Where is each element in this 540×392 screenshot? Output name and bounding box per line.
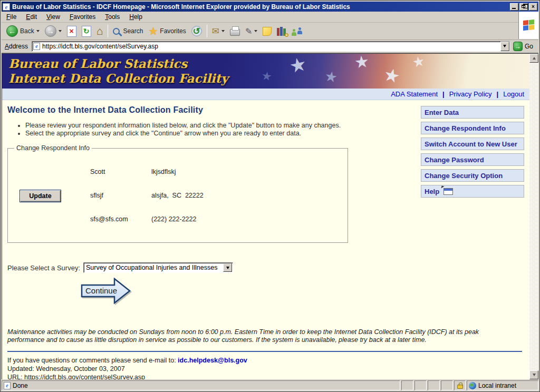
sidebar-item-change-password[interactable]: Change Password (421, 153, 524, 166)
mail-icon: ✉ (212, 26, 219, 36)
forward-dropdown-icon[interactable] (59, 30, 62, 32)
back-label: Back (20, 27, 34, 35)
menu-tools[interactable]: Tools (100, 12, 124, 22)
survey-select[interactable]: Survey of Occupational Injuries and Illn… (83, 262, 233, 273)
title-bar: e Bureau of Labor Statistics - IDCF Home… (2, 2, 538, 12)
go-label: Go (525, 43, 533, 50)
home-icon: ⌂ (97, 26, 103, 36)
restore-button[interactable] (519, 3, 528, 11)
page-icon: e (33, 43, 40, 50)
banner-title-line2: Internet Data Collection Facility (8, 71, 529, 86)
back-dropdown-icon[interactable] (36, 30, 40, 32)
survey-selected-option: Survey of Occupational Injuries and Illn… (84, 264, 223, 271)
windows-logo (518, 12, 538, 39)
respondent-email: sfs@sfs.com (90, 215, 151, 223)
menu-favorites[interactable]: Favorites (65, 12, 100, 22)
status-pane-empty (428, 380, 440, 390)
vertical-scrollbar[interactable] (529, 54, 538, 379)
stop-button[interactable]: × (64, 24, 79, 38)
go-button[interactable]: → Go (510, 42, 536, 51)
refresh-icon: ↻ (82, 26, 91, 37)
browser-viewport: ★ ★ ★ ★ ★ ★ Bureau of Labor Statistics I… (2, 53, 538, 379)
helpdesk-email-link[interactable]: idc.helpdesk@bls.gov (178, 357, 247, 364)
minimize-button[interactable] (510, 3, 518, 11)
search-icon (113, 28, 120, 35)
link-separator: | (492, 90, 504, 98)
respondent-city-state-zip: alsjfa, SC 22222 (151, 192, 204, 200)
chevron-down-icon (503, 45, 506, 47)
discuss-button[interactable] (260, 24, 274, 38)
history-icon: ↺ (191, 26, 202, 36)
new-window-icon (443, 188, 453, 195)
close-button[interactable]: × (529, 3, 537, 11)
toolbar-separator (108, 25, 108, 37)
standard-toolbar: ← Back → × ↻ ⌂ Search ★ Favorites ↺ ✉ ✎ (2, 23, 538, 40)
select-dropdown-button[interactable] (223, 263, 232, 272)
document-icon: e (4, 382, 11, 389)
back-icon: ← (6, 25, 18, 37)
menu-help[interactable]: Help (124, 12, 147, 22)
status-text: Done (13, 382, 28, 389)
zone-pane: Local intranet (467, 380, 538, 390)
edit-button[interactable]: ✎ (243, 24, 260, 38)
chevron-down-icon (533, 374, 536, 376)
mail-dropdown-icon[interactable] (221, 30, 225, 32)
respondent-fieldset: Change Respondent Info Update Scott sfls… (7, 144, 348, 243)
search-button[interactable]: Search (110, 24, 146, 38)
history-button[interactable]: ↺ (189, 24, 205, 38)
lock-icon (457, 385, 463, 389)
print-button[interactable] (227, 24, 243, 38)
continue-button[interactable]: Continue (81, 278, 131, 304)
menu-file[interactable]: File (2, 12, 21, 22)
stop-icon: × (67, 26, 76, 37)
privacy-policy-link[interactable]: Privacy Policy (449, 90, 492, 98)
minimize-icon (512, 8, 516, 9)
sidebar-item-switch-account[interactable]: Switch Account to New User (421, 138, 524, 150)
respondent-name-column: Scott sflsjf sfs@sfs.com (90, 152, 151, 239)
menu-edit[interactable]: Edit (21, 12, 42, 22)
scroll-up-button[interactable] (529, 54, 538, 63)
back-button[interactable]: ← Back (4, 24, 42, 38)
sidebar-item-label: Change Respondent Info (425, 124, 506, 132)
mail-button[interactable]: ✉ (209, 24, 227, 38)
home-button[interactable]: ⌂ (94, 24, 106, 38)
scroll-down-button[interactable] (529, 370, 538, 379)
instruction-list: Please review your respondent informatio… (18, 122, 355, 138)
sidebar-item-label: Help (425, 188, 439, 195)
toolbar-separator (207, 25, 207, 37)
update-button[interactable]: Update (20, 190, 61, 202)
instruction-item: Please review your respondent informatio… (25, 122, 355, 130)
messenger-button[interactable] (288, 24, 305, 38)
respondent-phone: (222) 222-2222 (151, 215, 204, 223)
browser-window: e Bureau of Labor Statistics - IDCF Home… (0, 0, 540, 392)
status-pane-empty (401, 380, 413, 390)
logout-link[interactable]: Logout (503, 90, 524, 98)
window-title: Bureau of Labor Statistics - IDCF Homepa… (10, 3, 509, 11)
sidebar-item-change-respondent-info[interactable]: Change Respondent Info (421, 122, 524, 134)
banner-title-line1: Bureau of Labor Statistics (8, 56, 529, 71)
page-url: URL: https://idcft.bls.gov/content/selSu… (7, 373, 529, 379)
forward-button[interactable]: → (42, 24, 64, 38)
favorites-button[interactable]: ★ Favorites (146, 24, 188, 38)
instruction-item: Select the appropriate survey and click … (25, 130, 355, 138)
address-bar: Address e https://idcft.bls.gov/content/… (2, 40, 538, 53)
edit-dropdown-icon[interactable] (254, 30, 257, 32)
respondent-address: lkjsdflskj (151, 168, 204, 176)
refresh-button[interactable]: ↻ (79, 24, 94, 38)
address-dropdown-button[interactable] (500, 42, 509, 51)
scrollbar-track[interactable] (529, 63, 538, 370)
menu-bar: File Edit View Favorites Tools Help (2, 12, 538, 23)
sidebar-item-change-security-option[interactable]: Change Security Option (421, 169, 524, 182)
status-pane: e Done (2, 380, 400, 390)
ada-statement-link[interactable]: ADA Statement (391, 90, 438, 98)
address-url[interactable]: https://idcft.bls.gov/content/selSurvey.… (40, 43, 500, 50)
menu-view[interactable]: View (42, 12, 65, 22)
survey-select-label: Please Select a Survey: (7, 264, 80, 272)
respondent-address-column: lkjsdflskj alsjfa, SC 22222 (222) 222-22… (151, 152, 204, 239)
address-input[interactable]: e https://idcft.bls.gov/content/selSurve… (32, 41, 510, 52)
research-books-icon (277, 27, 286, 36)
link-separator: | (438, 90, 449, 98)
sidebar-item-enter-data[interactable]: Enter Data (421, 106, 524, 119)
sidebar-item-help[interactable]: Help (421, 185, 524, 198)
research-button[interactable] (274, 24, 288, 38)
